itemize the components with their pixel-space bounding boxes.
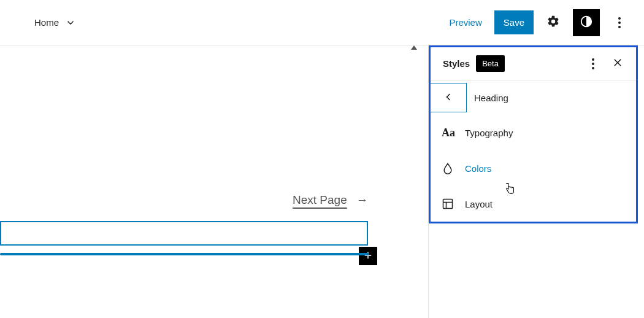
panel-item-typography[interactable]: Aa Typography [431, 115, 636, 150]
svg-rect-5 [443, 200, 453, 209]
gear-icon [546, 15, 560, 30]
styles-panel-more-button[interactable] [582, 53, 604, 75]
panel-item-label: Colors [465, 163, 491, 174]
close-icon [612, 57, 623, 70]
drop-icon [442, 162, 459, 174]
panel-item-label: Typography [465, 128, 513, 138]
topbar-actions: Preview Save [443, 9, 633, 36]
settings-button[interactable] [540, 9, 567, 36]
sidebar: Styles Beta Heading [428, 45, 644, 318]
selected-block[interactable] [0, 221, 368, 246]
layout-icon [442, 198, 459, 210]
more-vertical-icon [592, 58, 594, 69]
panel-item-label: Layout [465, 199, 493, 209]
editor-canvas[interactable]: Next Page → [0, 45, 417, 318]
chevron-left-icon [442, 91, 454, 105]
plus-icon [362, 250, 374, 263]
heading-section: Heading [431, 80, 636, 115]
styles-toggle-button[interactable] [573, 9, 600, 36]
next-page-link[interactable]: Next Page → [0, 193, 368, 207]
scroll-up-indicator-icon [411, 45, 417, 50]
close-panel-button[interactable] [607, 53, 629, 75]
add-block-button[interactable] [359, 247, 377, 265]
more-options-button[interactable] [606, 9, 633, 36]
panel-item-colors[interactable]: Colors [431, 150, 636, 186]
styles-panel-header: Styles Beta [431, 47, 636, 80]
next-page-label: Next Page [293, 193, 347, 206]
save-button[interactable]: Save [494, 10, 534, 34]
arrow-right-icon: → [356, 193, 368, 206]
back-button[interactable] [430, 83, 467, 112]
typography-icon: Aa [442, 126, 459, 139]
top-bar: Home Preview Save [0, 0, 644, 45]
styles-panel: Styles Beta Heading [429, 45, 638, 223]
styles-panel-title: Styles [443, 58, 470, 69]
preview-link[interactable]: Preview [443, 17, 488, 28]
beta-badge: Beta [476, 55, 505, 72]
panel-item-layout[interactable]: Layout [431, 186, 636, 222]
more-vertical-icon [618, 17, 621, 28]
contrast-circle-icon [580, 15, 593, 30]
heading-label: Heading [474, 93, 508, 103]
chevron-down-icon [65, 17, 76, 28]
document-title-dropdown[interactable]: Home [34, 17, 76, 28]
document-title-label: Home [34, 17, 59, 28]
block-insertion-indicator [0, 253, 369, 255]
